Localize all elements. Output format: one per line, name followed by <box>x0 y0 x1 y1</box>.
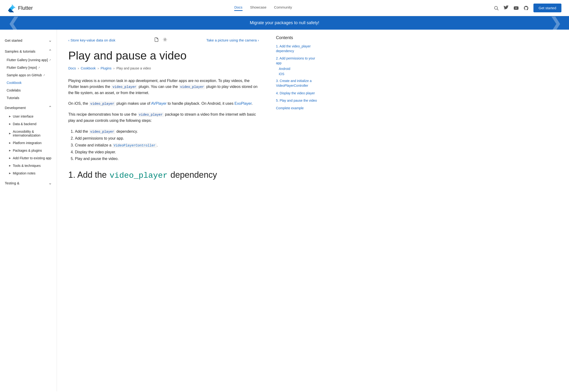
sidebar-item-label: Packages & plugins <box>13 149 42 152</box>
code-video-player-1: video_player <box>111 84 138 89</box>
code-step3-link[interactable]: VideoPlayerController <box>112 143 156 148</box>
toc-link-3[interactable]: 3. Create and initialize a VideoPlayerCo… <box>276 79 322 88</box>
svg-point-6 <box>164 39 166 41</box>
toc-link-4[interactable]: 4. Display the video player <box>276 91 322 96</box>
banner-text: Migrate your packages to null safety! <box>250 20 319 25</box>
toc-item-complete: Complete example <box>276 106 322 111</box>
bug-icon[interactable] <box>163 37 167 43</box>
external-link-icon: ↗ <box>38 66 40 69</box>
sidebar-item-label: Accessibility & internationalization <box>13 130 52 137</box>
sidebar-item-user-interface[interactable]: ► User interface <box>0 112 57 120</box>
sidebar-item-label: Sample apps on GitHub <box>7 73 42 77</box>
exoplayer-link[interactable]: ExoPlayer <box>234 101 252 105</box>
sidebar-item-tools-techniques[interactable]: ► Tools & techniques <box>0 162 57 169</box>
breadcrumb-plugins[interactable]: Plugins <box>100 66 112 70</box>
avplayer-link[interactable]: AVPlayer <box>151 101 167 105</box>
sidebar-item-flutter-gallery-running[interactable]: Flutter Gallery [running app] ↗ <box>0 56 57 64</box>
breadcrumb-sep: › <box>78 66 79 70</box>
get-started-button[interactable]: Get started <box>533 3 561 12</box>
announcement-banner: ❮ Migrate your packages to null safety! … <box>0 16 569 30</box>
intro-paragraph-3: This recipe demonstrates how to use the … <box>68 112 259 124</box>
sidebar-item-codelabs[interactable]: Codelabs <box>0 86 57 94</box>
sidebar-item-label: Cookbook <box>7 81 22 84</box>
nav-docs[interactable]: Docs <box>234 5 242 11</box>
sidebar-item-label: Tutorials <box>7 96 19 100</box>
next-page-link[interactable]: Take a picture using the camera › <box>206 38 259 42</box>
sidebar-item-label: Codelabs <box>7 88 21 92</box>
toc-panel: Contents 1. Add the video_player depende… <box>270 30 327 391</box>
breadcrumb-sep: › <box>113 66 114 70</box>
sidebar-item-packages-plugins[interactable]: ► Packages & plugins <box>0 147 57 154</box>
code-video-player-4: video_player <box>138 112 164 117</box>
sidebar-section-development: Development ⌃ ► User interface ► Data & … <box>0 103 57 177</box>
toc-item-1: 1. Add the video_player dependency <box>276 44 322 53</box>
section-1-prefix: 1. Add the <box>68 170 107 180</box>
toc-sub-link-android[interactable]: Android <box>276 67 322 71</box>
page-top-nav: ‹ Store key-value data on disk Take a pi… <box>68 37 259 43</box>
breadcrumb: Docs › Cookbook › Plugins › Play and pau… <box>68 66 259 70</box>
toc-title: Contents <box>276 35 322 40</box>
banner-next-icon[interactable]: ❯ <box>550 15 561 31</box>
intro-paragraph-2: On iOS, the video_player plugin makes us… <box>68 100 259 107</box>
intro-paragraph-1: Playing videos is a common task in app d… <box>68 78 259 96</box>
sidebar-section-header-get-started[interactable]: Get started ⌄ <box>0 35 57 45</box>
chevron-down-icon: ⌄ <box>48 38 52 43</box>
sidebar-item-label: Data & backend <box>13 122 37 126</box>
list-item: Display the video player. <box>75 149 259 156</box>
sidebar-item-platform-integration[interactable]: ► Platform integration <box>0 139 57 147</box>
page-action-icons <box>154 37 167 43</box>
github-icon[interactable] <box>524 5 529 11</box>
sidebar-item-tutorials[interactable]: Tutorials <box>0 94 57 102</box>
sidebar-item-add-flutter[interactable]: ► Add Flutter to existing app <box>0 154 57 162</box>
arrow-icon: ► <box>9 115 11 118</box>
toc-item-3: 3. Create and initialize a VideoPlayerCo… <box>276 79 322 88</box>
flutter-logo-icon <box>8 4 16 12</box>
flutter-logo[interactable]: Flutter <box>8 4 33 12</box>
breadcrumb-cookbook[interactable]: Cookbook <box>81 66 96 70</box>
site-header: Flutter Docs Showcase Community Get star… <box>0 0 569 16</box>
sidebar-item-accessibility[interactable]: ► Accessibility & internationalization <box>0 128 57 139</box>
section-1-suffix: dependency <box>171 170 217 180</box>
page-layout: Get started ⌄ Samples & tutorials ⌃ Flut… <box>0 30 569 391</box>
arrow-icon: ► <box>9 172 11 175</box>
sidebar-item-sample-apps[interactable]: Sample apps on GitHub ↗ <box>0 71 57 79</box>
file-icon[interactable] <box>154 37 159 43</box>
page-title: Play and pause a video <box>68 49 259 63</box>
sidebar-item-cookbook[interactable]: Cookbook <box>0 79 57 86</box>
sidebar-item-label: Flutter Gallery [running app] <box>7 58 48 62</box>
section-1-heading: 1. Add the video_player dependency <box>68 170 259 180</box>
logo-text: Flutter <box>18 5 33 11</box>
youtube-icon[interactable] <box>513 5 519 11</box>
sidebar-section-label: Testing & <box>5 181 19 185</box>
nav-showcase[interactable]: Showcase <box>250 5 267 11</box>
arrow-icon: ► <box>9 164 11 167</box>
search-icon[interactable] <box>494 5 499 11</box>
toc-sub-link-ios[interactable]: iOS <box>276 72 322 76</box>
prev-page-link[interactable]: ‹ Store key-value data on disk <box>68 38 115 42</box>
twitter-icon[interactable] <box>504 5 509 11</box>
chevron-up-icon: ⌃ <box>48 105 52 110</box>
toc-link-1[interactable]: 1. Add the video_player dependency <box>276 44 322 53</box>
chevron-up-icon: ⌃ <box>48 49 52 54</box>
nav-community[interactable]: Community <box>274 5 292 11</box>
breadcrumb-docs[interactable]: Docs <box>68 66 76 70</box>
sidebar-section-header-samples[interactable]: Samples & tutorials ⌃ <box>0 46 57 56</box>
sidebar-section-label: Samples & tutorials <box>5 49 35 53</box>
sidebar-item-label: Migration notes <box>13 171 36 175</box>
section-1-code: video_player <box>110 171 168 180</box>
toc-link-2[interactable]: 2. Add permissions to your app <box>276 56 322 65</box>
sidebar-section-header-development[interactable]: Development ⌃ <box>0 103 57 112</box>
sidebar-section-header-testing[interactable]: Testing & ⌄ <box>0 178 57 188</box>
sidebar-section-testing: Testing & ⌄ <box>0 178 57 188</box>
toc-link-complete[interactable]: Complete example <box>276 106 322 111</box>
list-item: Add the video_player dependency. <box>75 128 259 135</box>
code-video-player-3: video_player <box>89 101 115 106</box>
toc-link-5[interactable]: 5. Play and pause the video <box>276 98 322 103</box>
arrow-icon: ► <box>9 149 11 152</box>
sidebar-item-migration-notes[interactable]: ► Migration notes <box>0 169 57 177</box>
sidebar: Get started ⌄ Samples & tutorials ⌃ Flut… <box>0 30 57 391</box>
sidebar-item-flutter-gallery-repo[interactable]: Flutter Gallery [repo] ↗ <box>0 64 57 71</box>
banner-prev-icon[interactable]: ❮ <box>8 15 19 31</box>
toc-item-2: 2. Add permissions to your app Android i… <box>276 56 322 76</box>
sidebar-item-data-backend[interactable]: ► Data & backend <box>0 120 57 128</box>
